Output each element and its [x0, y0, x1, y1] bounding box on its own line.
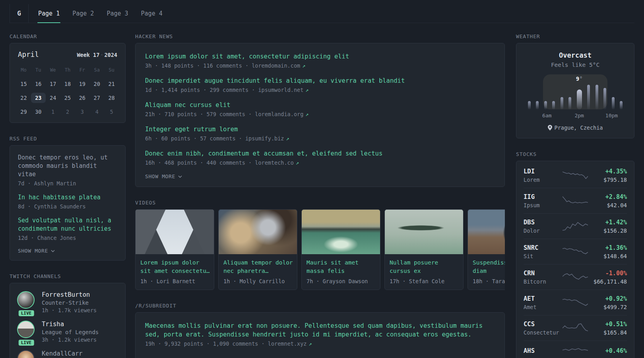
post-link[interactable]: Maecenas mollis pulvinar erat non posuer… [145, 321, 495, 339]
stock-ticker: IIG [524, 193, 560, 200]
stock-change: +0.51% [590, 321, 627, 328]
news-link[interactable]: Integer eget rutrum lorem [145, 125, 495, 134]
stock-sparkline [560, 346, 590, 357]
weekday-label: Fr [75, 65, 89, 75]
videos-widget: VIDEOS Lorem ipsum dolorsit amet consect… [135, 200, 505, 290]
video-title[interactable]: Nullam posuerecursus ex [390, 259, 458, 275]
app-logo[interactable]: G [10, 4, 29, 23]
video-card[interactable]: Suspendissediam 18h · Tara [467, 209, 505, 290]
video-meta: 17h · Stefan Cole [390, 278, 458, 284]
news-domain-link[interactable]: ipsumworld.net [258, 87, 303, 93]
stock-price: $499.72 [590, 304, 627, 310]
twitch-channel-row[interactable]: KendallCarr [17, 350, 118, 358]
news-link[interactable]: Aliquam nec cursus elit [145, 101, 495, 109]
video-title[interactable]: Suspendissediam [473, 259, 505, 275]
channel-name[interactable]: ForrestBurton [42, 291, 97, 298]
channel-name[interactable]: KendallCarr [42, 350, 83, 357]
tab-page-1[interactable]: Page 1 [37, 4, 60, 23]
stock-price: $42.04 [590, 202, 627, 208]
calendar-day: 27 [89, 93, 104, 103]
hackernews-widget: HACKER NEWS Lorem ipsum dolor sit amet, … [135, 33, 505, 187]
video-thumbnail[interactable] [219, 210, 297, 254]
stocks-section-label: STOCKS [516, 151, 634, 157]
channel-avatar [17, 321, 35, 338]
stock-row: CCSConsectetur +0.51%$165.84 [524, 315, 627, 341]
stock-change: +2.84% [590, 193, 627, 200]
hour-label: 2pm [574, 113, 584, 119]
calendar-year: 2024 [104, 52, 117, 58]
stock-sparkline [560, 323, 590, 334]
news-meta: 16h · 468 points · 440 comments · loremt… [145, 160, 495, 166]
calendar-day: 17 [46, 79, 60, 89]
video-card[interactable]: Nullam posuerecursus ex 17h · Stefan Col… [384, 209, 464, 290]
channel-game: League of Legends [42, 329, 99, 335]
news-meta: 21h · 710 points · 579 comments · loreml… [145, 111, 495, 117]
post-domain-link[interactable]: loremnet.xyz [268, 340, 307, 347]
news-domain-link[interactable]: loremtech.co [255, 160, 294, 166]
weather-condition: Overcast [526, 51, 625, 59]
stock-name: Dolor [524, 228, 560, 234]
stock-row: CRNBitcorn -1.00%$66,171.48 [524, 265, 627, 290]
video-title[interactable]: Mauris sit ametmassa felis [306, 259, 375, 275]
left-column: CALENDAR April Week 17·2024 Mo Tu We Th … [10, 33, 126, 358]
stock-ticker: CRN [524, 270, 560, 277]
news-domain-link[interactable]: ipsumify.biz [245, 135, 284, 142]
calendar-day: 25 [60, 93, 75, 103]
twitch-section-label: TWITCH CHANNELS [10, 273, 126, 279]
calendar-grid: Mo Tu We Th Fr Sa Su 15 16 17 18 19 20 2… [16, 65, 119, 117]
video-thumbnail[interactable] [468, 210, 505, 254]
news-link[interactable]: Donec enim nibh, condimentum et accumsan… [145, 149, 495, 158]
tab-page-2[interactable]: Page 2 [72, 4, 95, 23]
rss-show-more-button[interactable]: SHOW MORE [18, 248, 117, 254]
calendar-day-adjacent: 4 [89, 107, 104, 117]
news-link[interactable]: Donec imperdiet augue tincidunt felis al… [145, 76, 495, 85]
video-card[interactable]: Mauris sit ametmassa felis 7h · Grayson … [301, 209, 380, 290]
temperature-bars [527, 74, 624, 109]
stock-ticker: SNRC [524, 244, 560, 251]
live-badge: LIVE [19, 310, 34, 316]
channel-avatar [17, 350, 35, 358]
twitch-channel-row[interactable]: LIVE Trisha League of Legends 3h · 1.2k … [17, 321, 118, 343]
video-title[interactable]: Aliquam tempor dolornec pharetra… [223, 259, 292, 275]
temperature-bar [568, 97, 571, 109]
page-tabs: Page 1 Page 2 Page 3 Page 4 [37, 4, 163, 23]
stock-sparkline [560, 221, 590, 232]
news-link[interactable]: Lorem ipsum dolor sit amet, consectetur … [145, 52, 495, 61]
current-temp-label: 9° [576, 76, 583, 82]
video-card[interactable]: Lorem ipsum dolorsit amet consectetu… 1h… [135, 209, 214, 290]
stock-sparkline [560, 297, 590, 308]
calendar-card: April Week 17·2024 Mo Tu We Th Fr Sa Su … [10, 43, 126, 123]
stock-name: Ipsum [524, 202, 560, 208]
hour-label: 6am [542, 113, 551, 119]
rss-item-link[interactable]: Donec tempor eros leo, ut commodo mauris… [18, 154, 117, 179]
stock-row: LDILorem +4.35%$795.18 [524, 163, 627, 188]
channel-name[interactable]: Trisha [42, 321, 99, 328]
stock-ticker: AET [524, 295, 560, 302]
stock-sparkline [560, 195, 590, 206]
rss-item-link[interactable]: In hac habitasse platea [18, 193, 117, 202]
video-thumbnail[interactable] [385, 210, 463, 254]
rss-item: Donec tempor eros leo, ut commodo mauris… [18, 154, 117, 187]
twitch-channel-row[interactable]: LIVE ForrestBurton Counter-Strike 1h · 1… [17, 291, 118, 313]
calendar-day: 15 [16, 79, 31, 89]
video-thumbnail[interactable] [302, 210, 380, 254]
reddit-post: Maecenas mollis pulvinar erat non posuer… [145, 321, 495, 347]
dashboard: CALENDAR April Week 17·2024 Mo Tu We Th … [0, 23, 644, 358]
weekday-label: Th [60, 65, 75, 75]
video-thumbnail[interactable] [136, 210, 214, 254]
news-domain-link[interactable]: loremlandia.org [255, 111, 303, 117]
video-title[interactable]: Lorem ipsum dolorsit amet consectetu… [140, 259, 209, 275]
tab-page-3[interactable]: Page 3 [106, 4, 129, 23]
calendar-day: 24 [46, 93, 60, 103]
external-link-icon: ↗ [296, 160, 299, 166]
hackernews-show-more-button[interactable]: SHOW MORE [145, 173, 495, 179]
temperature-bar [561, 97, 563, 109]
temperature-bar [536, 101, 539, 109]
hackernews-section-label: HACKER NEWS [135, 33, 505, 39]
rss-item-link[interactable]: Sed volutpat nulla nisl, a condimentum n… [18, 216, 117, 233]
video-card[interactable]: Aliquam tempor dolornec pharetra… 1h · M… [218, 209, 297, 290]
tab-page-4[interactable]: Page 4 [140, 4, 163, 23]
calendar-day: 26 [75, 93, 89, 103]
news-domain-link[interactable]: loremdomain.com [252, 62, 300, 69]
temperature-bar [587, 85, 590, 109]
